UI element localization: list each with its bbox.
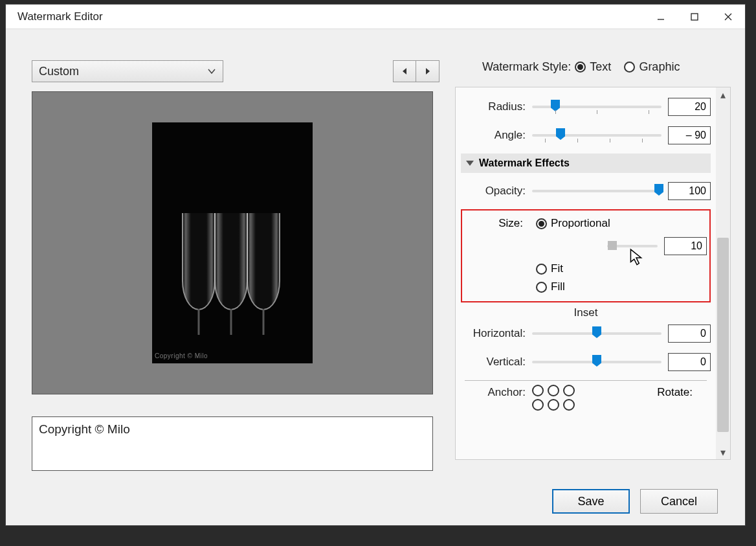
- watermark-style-label: Watermark Style:: [482, 60, 571, 74]
- angle-input[interactable]: [668, 126, 711, 144]
- chevron-down-icon: [207, 67, 216, 76]
- radius-input[interactable]: [668, 98, 711, 116]
- inset-vertical-slider[interactable]: [532, 354, 662, 370]
- prev-image-button[interactable]: [393, 60, 416, 82]
- rotate-label: Rotate:: [657, 385, 711, 399]
- watermark-editor-dialog: Watermark Editor Custom: [5, 4, 746, 526]
- anchor-label: Anchor:: [461, 385, 526, 399]
- angle-label: Angle:: [461, 129, 526, 142]
- style-graphic-radio[interactable]: [624, 62, 635, 73]
- anchor-dot[interactable]: [532, 399, 544, 411]
- watermark-style-row: Watermark Style: Text Graphic: [455, 60, 733, 74]
- anchor-dot[interactable]: [548, 399, 559, 411]
- maximize-button[interactable]: [678, 5, 711, 29]
- close-button[interactable]: [711, 5, 745, 29]
- dialog-content: Custom Copyright © Milo: [6, 29, 745, 525]
- inset-horizontal-slider[interactable]: [532, 326, 662, 341]
- radius-slider[interactable]: [532, 99, 662, 115]
- preset-selected: Custom: [39, 65, 79, 78]
- anchor-dot[interactable]: [532, 385, 544, 396]
- radius-label: Radius:: [461, 100, 526, 113]
- next-image-button[interactable]: [416, 60, 439, 82]
- inset-vertical-input[interactable]: [668, 353, 711, 371]
- size-proportional-radio[interactable]: [536, 218, 547, 229]
- size-input[interactable]: [664, 237, 707, 255]
- window-controls: [644, 5, 745, 29]
- inset-header: Inset: [461, 306, 711, 319]
- size-fill-label: Fill: [551, 280, 565, 293]
- anchor-dot[interactable]: [563, 399, 575, 411]
- angle-slider[interactable]: [532, 128, 662, 143]
- opacity-input[interactable]: [668, 182, 711, 200]
- anchor-grid[interactable]: [532, 385, 576, 411]
- size-fill-radio[interactable]: [536, 282, 547, 293]
- scrollbar[interactable]: ▴ ▾: [716, 87, 730, 459]
- preview-watermark-text: Copyright © Milo: [155, 352, 208, 359]
- style-graphic-label: Graphic: [639, 60, 680, 74]
- size-fit-radio[interactable]: [536, 264, 547, 275]
- anchor-dot[interactable]: [548, 385, 559, 396]
- save-button[interactable]: Save: [552, 489, 630, 514]
- right-column: Watermark Style: Text Graphic ▴ ▾ Radius…: [455, 60, 733, 460]
- inset-vertical-label: Vertical:: [461, 356, 526, 369]
- inset-horizontal-label: Horizontal:: [461, 327, 526, 340]
- preview-photo: Copyright © Milo: [152, 122, 313, 363]
- minimize-button[interactable]: [644, 5, 678, 29]
- watermark-effects-header[interactable]: Watermark Effects: [461, 154, 711, 173]
- window-title: Watermark Editor: [17, 10, 103, 23]
- settings-panel: ▴ ▾ Radius:: [455, 87, 731, 460]
- size-proportional-label: Proportional: [551, 217, 610, 230]
- left-column: Custom Copyright © Milo: [32, 60, 439, 473]
- anchor-dot[interactable]: [563, 385, 575, 396]
- size-fit-label: Fit: [551, 262, 563, 275]
- style-text-radio[interactable]: [575, 62, 586, 73]
- cancel-button[interactable]: Cancel: [640, 489, 718, 514]
- titlebar: Watermark Editor: [6, 5, 745, 29]
- preview-area: Copyright © Milo: [32, 91, 433, 394]
- size-section-highlight: Size: Proportional: [461, 209, 711, 302]
- svg-rect-1: [691, 14, 698, 20]
- size-slider[interactable]: [607, 238, 658, 254]
- disclosure-triangle-icon: [466, 161, 474, 166]
- scroll-up-icon[interactable]: ▴: [716, 87, 730, 102]
- preset-dropdown[interactable]: Custom: [32, 60, 223, 82]
- opacity-label: Opacity:: [461, 185, 526, 198]
- opacity-slider[interactable]: [532, 183, 662, 199]
- watermark-text-input[interactable]: [32, 416, 433, 471]
- dialog-buttons: Save Cancel: [552, 489, 718, 514]
- scroll-down-icon[interactable]: ▾: [716, 445, 730, 459]
- inset-horizontal-input[interactable]: [668, 324, 711, 343]
- style-text-label: Text: [590, 60, 611, 74]
- size-label: Size:: [465, 217, 523, 230]
- scroll-thumb[interactable]: [717, 238, 729, 432]
